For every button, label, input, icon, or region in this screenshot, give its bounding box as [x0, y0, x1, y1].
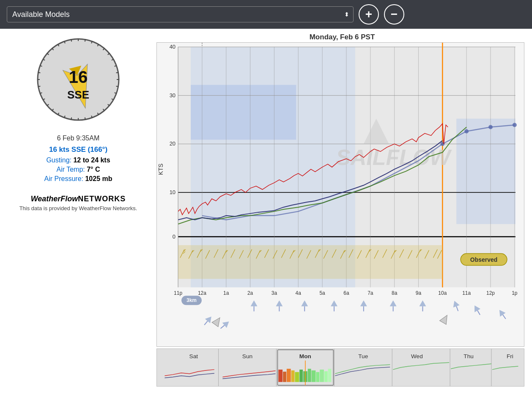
svg-rect-183: [295, 372, 299, 382]
gusting-label: Gusting:: [46, 156, 71, 164]
svg-line-155: [204, 321, 208, 325]
svg-text:2a: 2a: [247, 290, 253, 296]
chart-title: Monday, Feb 6 PST: [156, 33, 528, 41]
svg-line-161: [477, 310, 480, 315]
svg-marker-148: [360, 300, 367, 306]
air-temp-label: Air Temp:: [56, 166, 85, 173]
svg-text:11p: 11p: [174, 290, 182, 296]
svg-marker-158: [451, 299, 460, 307]
svg-marker-164: [440, 313, 451, 324]
air-temp-value: 7° C: [87, 166, 100, 173]
compass-direction: SSE: [67, 88, 89, 101]
svg-line-2: [85, 39, 85, 41]
svg-marker-144: [301, 300, 308, 306]
svg-marker-162: [496, 308, 505, 317]
svg-line-20: [71, 118, 71, 120]
svg-rect-180: [283, 372, 286, 382]
svg-text:Thu: Thu: [463, 353, 474, 359]
air-pressure-row: Air Pressure: 1025 mb: [44, 175, 112, 183]
svg-text:20: 20: [170, 140, 176, 147]
svg-text:8a: 8a: [392, 290, 398, 296]
svg-text:30: 30: [170, 92, 176, 99]
svg-point-91: [488, 125, 493, 129]
brand-name: WeatherFlowNETWORKS: [19, 195, 137, 203]
weatherflow-branding: WeatherFlowNETWORKS This data is provide…: [19, 195, 137, 211]
models-dropdown-wrapper: Available Models ⬍: [7, 6, 354, 22]
svg-marker-160: [472, 304, 480, 312]
zoom-out-button[interactable]: −: [384, 4, 404, 25]
timeline-svg: Sat Sun Mon Tue Wed Thu Fri: [156, 348, 524, 387]
svg-text:Sat: Sat: [189, 353, 198, 359]
svg-text:4a: 4a: [296, 290, 302, 296]
svg-line-11: [116, 86, 118, 87]
svg-rect-188: [316, 372, 319, 382]
svg-line-157: [221, 325, 225, 329]
air-pressure-value: 1025 mb: [85, 175, 112, 182]
brand-description: This data is provided by WeatherFlow Net…: [19, 205, 137, 211]
svg-marker-146: [331, 300, 337, 306]
wind-arrows: [202, 299, 508, 331]
models-dropdown[interactable]: Available Models: [7, 6, 354, 22]
svg-rect-187: [312, 370, 316, 382]
svg-line-27: [38, 86, 40, 87]
svg-rect-42: [191, 85, 296, 140]
svg-text:11a: 11a: [462, 290, 471, 296]
svg-rect-181: [287, 369, 291, 382]
svg-text:6a: 6a: [343, 290, 349, 296]
zoom-in-button[interactable]: +: [359, 4, 379, 25]
main-chart: 40 30 20 10 0 KTS 11p 12a 1a 2a 3a 4a 5a…: [156, 42, 524, 347]
svg-marker-152: [419, 300, 426, 306]
svg-marker-140: [251, 300, 258, 306]
svg-text:12a: 12a: [198, 290, 206, 296]
gusting-value: 12 to 24 kts: [73, 156, 110, 164]
compass-speed: 16: [69, 68, 88, 86]
badge-3km: 3km: [186, 297, 197, 303]
svg-marker-142: [276, 300, 282, 306]
svg-line-9: [116, 72, 118, 73]
svg-marker-150: [390, 300, 397, 306]
svg-text:12p: 12p: [486, 290, 495, 296]
svg-text:10a: 10a: [438, 290, 447, 296]
left-info-panel: 16 SSE 6 Feb 9:35AM 16 kts SSE (166°) Gu…: [0, 29, 156, 406]
svg-text:40: 40: [170, 44, 176, 50]
svg-text:10: 10: [170, 189, 176, 195]
chart-panel: Monday, Feb 6 PST: [156, 29, 532, 406]
svg-text:5a: 5a: [319, 290, 325, 296]
svg-rect-186: [308, 369, 311, 382]
svg-text:Wed: Wed: [411, 353, 423, 359]
header-bar: Available Models ⬍ + −: [0, 0, 532, 29]
svg-text:1p: 1p: [512, 290, 518, 296]
timeline-nav: Sat Sun Mon Tue Wed Thu Fri: [156, 348, 528, 387]
svg-text:3a: 3a: [271, 290, 277, 296]
air-pressure-label: Air Pressure:: [44, 175, 83, 182]
svg-line-29: [38, 72, 40, 73]
svg-line-163: [503, 315, 506, 319]
svg-line-159: [456, 306, 458, 311]
gusting-row: Gusting: 12 to 24 kts: [44, 156, 112, 164]
svg-text:Tue: Tue: [358, 353, 368, 359]
timeline-selected-day: Mon: [299, 353, 311, 359]
svg-rect-190: [324, 371, 328, 382]
svg-point-92: [513, 123, 517, 127]
svg-text:9a: 9a: [416, 290, 422, 296]
station-info-panel: 6 Feb 9:35AM 16 kts SSE (166°) Gusting: …: [44, 134, 112, 184]
svg-text:0: 0: [173, 233, 176, 240]
svg-text:Sun: Sun: [242, 353, 252, 359]
observed-badge: Observed: [470, 256, 497, 263]
svg-rect-184: [299, 370, 303, 382]
svg-point-90: [464, 129, 469, 133]
svg-text:Fri: Fri: [507, 353, 513, 359]
main-content: 16 SSE 6 Feb 9:35AM 16 kts SSE (166°) Gu…: [0, 29, 532, 406]
svg-line-18: [85, 118, 85, 120]
svg-text:1a: 1a: [223, 290, 229, 296]
svg-rect-182: [291, 370, 295, 382]
svg-marker-165: [212, 315, 223, 327]
wind-compass: 16 SSE: [36, 37, 121, 122]
svg-rect-189: [320, 370, 324, 382]
svg-text:7a: 7a: [367, 290, 373, 296]
compass-svg: 16 SSE: [36, 37, 121, 122]
wind-speed-direction: 16 kts SSE (166°): [44, 145, 112, 154]
station-datetime: 6 Feb 9:35AM: [44, 134, 112, 142]
svg-rect-179: [278, 370, 282, 382]
svg-rect-43: [456, 119, 516, 224]
